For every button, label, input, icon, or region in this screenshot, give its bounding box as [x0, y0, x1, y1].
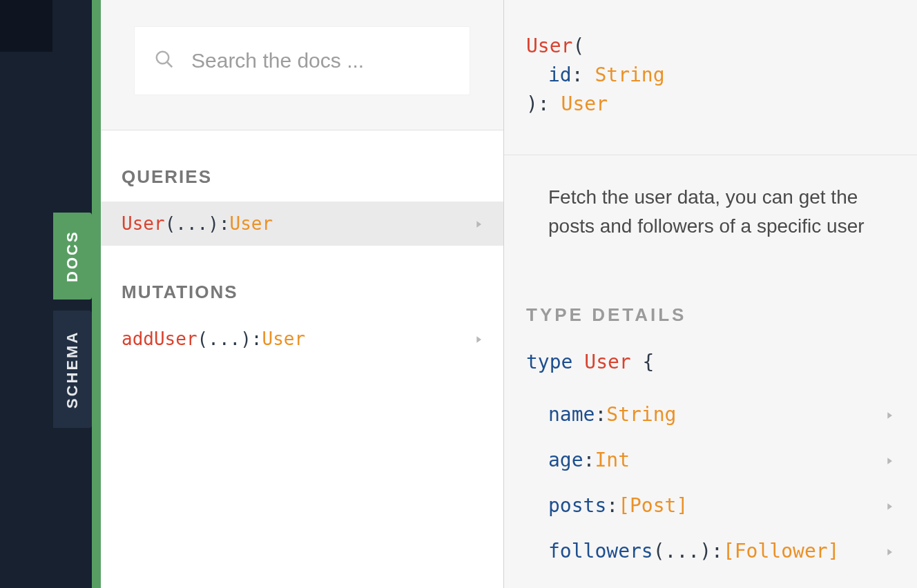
signature-arg-name: id: [548, 63, 572, 86]
docs-list-panel: QUERIES User(...): User MUTATIONS addUse…: [101, 0, 504, 588]
field-colon: :: [606, 491, 618, 520]
mutation-item-adduser[interactable]: addUser(...): User: [101, 317, 503, 361]
signature-arg-colon: :: [572, 63, 595, 86]
mutation-name: addUser: [122, 329, 197, 349]
field-name: age: [548, 446, 583, 475]
sidebar-top-block: [0, 0, 52, 52]
mutation-args: (...): [197, 329, 251, 349]
type-details-heading: TYPE DETAILS: [504, 241, 917, 348]
query-args: (...): [165, 213, 219, 234]
queries-heading: QUERIES: [101, 130, 503, 202]
chevron-right-icon: [884, 491, 895, 520]
signature-return-type: User: [561, 92, 608, 115]
chevron-right-icon: [884, 446, 895, 475]
docs-detail-panel: User( id: String ): User Fetch the user …: [504, 0, 917, 588]
field-name: followers: [548, 537, 653, 566]
mutation-colon: :: [251, 329, 262, 349]
query-return-type: User: [230, 213, 273, 234]
type-field-age[interactable]: age: Int: [526, 438, 895, 483]
type-keyword: type: [526, 351, 584, 373]
field-description: Fetch the user data, you can get the pos…: [504, 155, 917, 241]
field-colon: :: [583, 446, 595, 475]
field-type: [Follower]: [723, 537, 840, 566]
type-definition: type User { name: String age: Int posts:…: [504, 348, 917, 574]
mutations-heading: MUTATIONS: [101, 246, 503, 317]
docs-panel-accent: [92, 0, 101, 588]
svg-point-0: [157, 52, 169, 64]
search-box[interactable]: [134, 26, 470, 95]
field-type: [Post]: [618, 491, 688, 520]
signature-name: User: [526, 35, 572, 57]
type-field-posts[interactable]: posts: [Post]: [526, 483, 895, 529]
field-colon: :: [711, 537, 723, 566]
query-item-user[interactable]: User(...): User: [101, 202, 503, 246]
field-name: name: [548, 400, 595, 429]
search-input[interactable]: [191, 49, 450, 72]
field-type: String: [606, 400, 676, 429]
field-args: (...): [653, 537, 711, 566]
field-signature: User( id: String ): User: [504, 32, 917, 155]
signature-close-paren: ): [526, 92, 538, 115]
signature-open-paren: (: [572, 35, 584, 57]
tab-schema[interactable]: SCHEMA: [53, 311, 92, 428]
query-name: User: [122, 213, 165, 234]
mutation-return-type: User: [262, 329, 306, 349]
field-type: Int: [595, 446, 630, 475]
field-name: posts: [548, 491, 606, 520]
chevron-right-icon: [473, 213, 484, 234]
signature-arg-type: String: [595, 63, 664, 86]
svg-line-1: [167, 62, 173, 68]
type-brace: {: [631, 351, 655, 373]
chevron-right-icon: [884, 537, 895, 566]
tab-docs[interactable]: DOCS: [53, 213, 92, 300]
query-colon: :: [219, 213, 230, 234]
search-icon: [154, 49, 175, 72]
search-area: [101, 0, 503, 130]
chevron-right-icon: [884, 400, 895, 429]
signature-return-colon: :: [538, 92, 561, 115]
app-sidebar: DOCS SCHEMA: [0, 0, 92, 588]
chevron-right-icon: [473, 329, 484, 349]
type-field-name[interactable]: name: String: [526, 392, 895, 438]
type-field-followers[interactable]: followers(...): [Follower]: [526, 529, 895, 574]
field-colon: :: [595, 400, 606, 429]
type-name: User: [584, 351, 630, 373]
